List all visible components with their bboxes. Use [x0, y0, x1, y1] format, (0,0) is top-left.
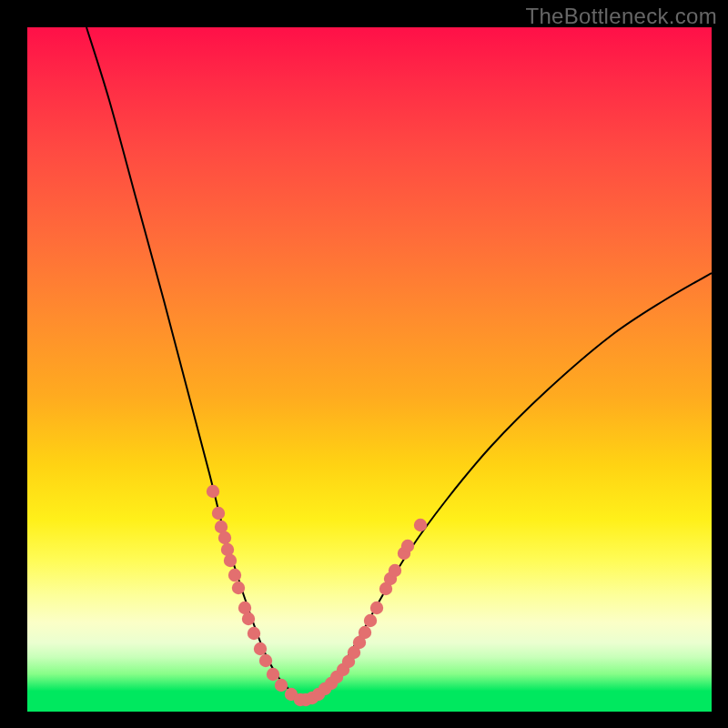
data-bead [218, 531, 231, 544]
data-bead [389, 564, 401, 577]
data-bead [212, 507, 225, 520]
data-bead [414, 519, 427, 531]
data-bead [228, 569, 241, 581]
data-bead [224, 554, 237, 567]
gradient-plot-area [27, 27, 712, 712]
data-bead [232, 581, 245, 594]
data-bead [221, 543, 234, 556]
curve-left-branch [86, 27, 300, 701]
data-bead [401, 540, 414, 552]
chart-frame: TheBottleneck.com [0, 0, 728, 728]
curve-overlay [27, 27, 712, 712]
data-bead [248, 627, 260, 640]
watermark-text: TheBottleneck.com [525, 4, 717, 29]
data-bead [275, 679, 288, 692]
data-bead [370, 602, 383, 614]
beads-left-group [207, 485, 307, 706]
data-bead [364, 614, 377, 627]
data-bead [267, 668, 279, 681]
data-bead [254, 642, 267, 655]
data-bead [207, 485, 219, 498]
data-bead [242, 612, 255, 625]
beads-right-group [299, 519, 427, 706]
data-bead [259, 654, 272, 667]
data-bead [359, 626, 371, 639]
